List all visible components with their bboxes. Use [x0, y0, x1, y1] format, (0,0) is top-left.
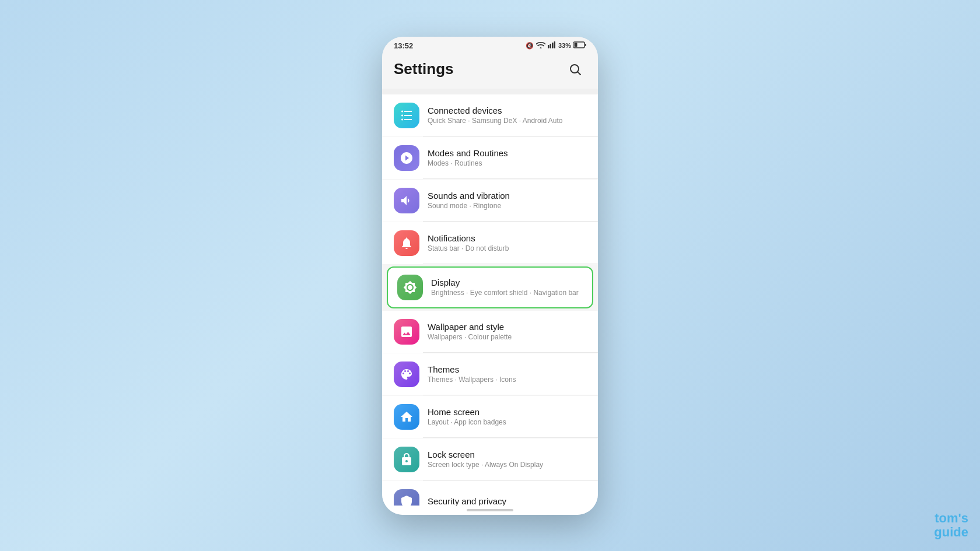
mute-icon: 🔇 — [526, 42, 534, 50]
signal-icon — [548, 41, 556, 50]
battery-text: 33% — [558, 42, 571, 49]
themes-subtitle: Themes · Wallpapers · Icons — [428, 375, 586, 384]
scroll-bar — [467, 509, 513, 511]
modes-routines-title: Modes and Routines — [428, 148, 586, 158]
lock-screen-icon — [394, 447, 419, 472]
home-screen-text: Home screenLayout · App icon badges — [428, 407, 586, 426]
settings-item-security-privacy[interactable]: Security and privacy — [382, 481, 598, 506]
settings-item-lock-screen[interactable]: Lock screenScreen lock type · Always On … — [382, 438, 598, 480]
wallpaper-style-icon — [394, 319, 419, 345]
display-text: DisplayBrightness · Eye comfort shield ·… — [431, 278, 583, 297]
watermark: tom's guide — [934, 511, 968, 539]
connected-devices-text: Connected devicesQuick Share · Samsung D… — [428, 106, 586, 125]
battery-icon — [573, 41, 586, 50]
svg-rect-1 — [550, 44, 551, 48]
themes-icon — [394, 362, 419, 387]
svg-rect-0 — [548, 45, 550, 48]
notifications-subtitle: Status bar · Do not disturb — [428, 244, 586, 252]
phone-frame: 13:52 🔇 33% Settings Connected — [382, 37, 598, 515]
wallpaper-style-subtitle: Wallpapers · Colour palette — [428, 333, 586, 341]
watermark-line2: guide — [934, 525, 968, 539]
settings-item-modes-routines[interactable]: Modes and RoutinesModes · Routines — [382, 137, 598, 179]
section-divider — [382, 89, 598, 94]
settings-list[interactable]: Connected devicesQuick Share · Samsung D… — [382, 94, 598, 506]
lock-screen-subtitle: Screen lock type · Always On Display — [428, 461, 586, 469]
settings-item-wallpaper-style[interactable]: Wallpaper and styleWallpapers · Colour p… — [382, 311, 598, 353]
connected-devices-icon — [394, 103, 419, 128]
home-screen-icon — [394, 404, 419, 430]
settings-header: Settings — [382, 52, 598, 89]
wifi-icon — [536, 41, 545, 50]
watermark-line1: tom's — [934, 511, 968, 525]
settings-item-themes[interactable]: ThemesThemes · Wallpapers · Icons — [382, 353, 598, 395]
home-screen-subtitle: Layout · App icon badges — [428, 418, 586, 426]
sounds-vibration-subtitle: Sound mode · Ringtone — [428, 202, 586, 210]
svg-line-7 — [578, 72, 581, 75]
connected-devices-subtitle: Quick Share · Samsung DeX · Android Auto — [428, 117, 586, 125]
status-bar: 13:52 🔇 33% — [382, 37, 598, 52]
settings-title: Settings — [394, 60, 454, 78]
sounds-vibration-icon — [394, 188, 419, 213]
wallpaper-style-text: Wallpaper and styleWallpapers · Colour p… — [428, 322, 586, 341]
sounds-vibration-title: Sounds and vibration — [428, 191, 586, 201]
sounds-vibration-text: Sounds and vibrationSound mode · Rington… — [428, 191, 586, 210]
display-icon — [397, 275, 423, 300]
modes-routines-subtitle: Modes · Routines — [428, 159, 586, 167]
security-privacy-icon — [394, 489, 419, 506]
home-screen-title: Home screen — [428, 407, 586, 417]
svg-rect-2 — [552, 43, 554, 48]
settings-item-display[interactable]: DisplayBrightness · Eye comfort shield ·… — [387, 266, 593, 308]
security-privacy-text: Security and privacy — [428, 496, 586, 506]
modes-routines-text: Modes and RoutinesModes · Routines — [428, 148, 586, 167]
settings-item-connected-devices[interactable]: Connected devicesQuick Share · Samsung D… — [382, 94, 598, 136]
connected-devices-title: Connected devices — [428, 106, 586, 115]
modes-routines-icon — [394, 145, 419, 171]
svg-rect-5 — [575, 43, 578, 47]
wallpaper-style-title: Wallpaper and style — [428, 322, 586, 332]
themes-title: Themes — [428, 364, 586, 374]
settings-item-home-screen[interactable]: Home screenLayout · App icon badges — [382, 396, 598, 438]
display-title: Display — [431, 278, 583, 287]
settings-item-sounds-vibration[interactable]: Sounds and vibrationSound mode · Rington… — [382, 180, 598, 222]
settings-item-notifications[interactable]: NotificationsStatus bar · Do not disturb — [382, 222, 598, 264]
status-icons: 🔇 33% — [526, 41, 586, 50]
lock-screen-title: Lock screen — [428, 450, 586, 459]
notifications-text: NotificationsStatus bar · Do not disturb — [428, 233, 586, 252]
notifications-title: Notifications — [428, 233, 586, 243]
status-time: 13:52 — [394, 41, 413, 50]
notifications-icon — [394, 230, 419, 256]
display-subtitle: Brightness · Eye comfort shield · Naviga… — [431, 289, 583, 297]
scroll-indicator — [382, 506, 598, 515]
themes-text: ThemesThemes · Wallpapers · Icons — [428, 364, 586, 384]
search-button[interactable] — [564, 58, 586, 80]
lock-screen-text: Lock screenScreen lock type · Always On … — [428, 450, 586, 469]
svg-rect-3 — [554, 41, 555, 48]
security-privacy-title: Security and privacy — [428, 496, 586, 506]
